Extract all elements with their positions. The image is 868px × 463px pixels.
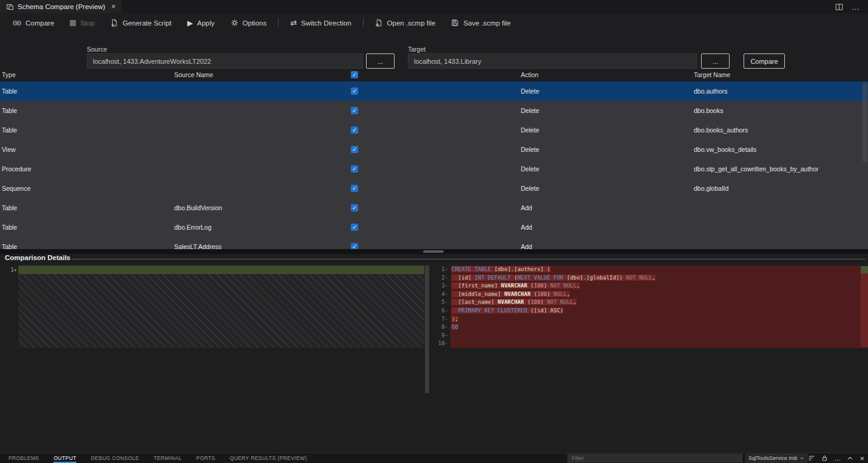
compare-button[interactable]: Compare [744, 53, 785, 69]
panel-splitter[interactable] [0, 249, 868, 254]
check-icon: ✓ [352, 72, 357, 78]
source-pane-scrollbar[interactable] [425, 266, 429, 393]
chevron-up-icon[interactable] [847, 455, 853, 462]
overview-ruler[interactable] [861, 266, 868, 453]
bottom-panel-bar: PROBLEMSOUTPUTDEBUG CONSOLETERMINALPORTS… [0, 453, 868, 463]
panel-tab-ports[interactable]: PORTS [196, 453, 215, 463]
row-include-checkbox[interactable]: ✓ [351, 165, 358, 173]
switch-direction-button[interactable]: ⇄ Switch Direction [282, 16, 359, 30]
source-diff-pane[interactable]: 1+ [0, 266, 429, 453]
row-source-name: dbo.ErrorLog [174, 218, 211, 237]
row-include-checkbox[interactable]: ✓ [351, 87, 358, 95]
table-row[interactable]: Table✓Deletedbo.books [0, 101, 868, 120]
empty-diff-region [18, 274, 424, 348]
table-row[interactable]: Sequence✓Deletedbo.globalId [0, 179, 868, 198]
stop-icon [70, 20, 76, 26]
stop-label: Stop [80, 19, 95, 27]
target-input[interactable] [408, 53, 697, 69]
grid-scrollbar[interactable] [863, 83, 867, 162]
check-icon: ✓ [352, 244, 357, 250]
panel-tab-output[interactable]: OUTPUT [53, 453, 76, 463]
row-type: Table [2, 237, 17, 249]
open-file-icon [375, 19, 383, 27]
check-icon: ✓ [352, 128, 357, 133]
table-row[interactable]: Procedure✓Deletedbo.stp_get_all_cowritte… [0, 159, 868, 179]
schema-compare-toolbar: Compare Stop Generate Script ▶ Apply Opt… [0, 13, 868, 32]
col-action[interactable]: Action [521, 71, 538, 78]
code-text [450, 332, 861, 340]
source-input[interactable] [87, 53, 363, 69]
table-row[interactable]: Tabledbo.ErrorLog✓Add [0, 218, 868, 237]
check-icon: ✓ [352, 225, 357, 230]
row-include-checkbox[interactable]: ✓ [351, 126, 358, 134]
table-row[interactable]: TableSalesLT.Address✓Add [0, 237, 868, 249]
source-browse-button[interactable]: ... [366, 53, 395, 69]
open-scmp-button[interactable]: Open .scmp file [367, 16, 444, 30]
clear-output-icon[interactable] [808, 454, 815, 462]
split-editor-icon[interactable] [835, 3, 843, 11]
panel-tab-terminal[interactable]: TERMINAL [154, 453, 181, 463]
save-scmp-button[interactable]: Save .scmp file [443, 16, 518, 30]
code-text: [last_name] NVARCHAR (100) NOT NULL, [450, 298, 861, 307]
table-row[interactable]: View✓Deletedbo.vw_books_details [0, 140, 868, 159]
code-line: 6- PRIMARY KEY CLUSTERED ([id] ASC) [432, 307, 868, 315]
row-include-checkbox[interactable]: ✓ [351, 224, 358, 231]
panel-tab-debug-console[interactable]: DEBUG CONSOLE [91, 453, 139, 463]
table-row[interactable]: Tabledbo.BuildVersion✓Add [0, 198, 868, 218]
row-action: Delete [521, 101, 539, 120]
close-icon[interactable]: × [111, 2, 115, 11]
code-line: 9- [432, 332, 868, 340]
table-row[interactable]: Table✓Deletedbo.authors [0, 81, 868, 101]
code-line: 3- [first_name] NVARCHAR (100) NOT NULL, [432, 282, 868, 290]
col-source-name[interactable]: Source Name [174, 71, 213, 78]
panel-tab-query-results-preview[interactable]: QUERY RESULTS (PREVIEW) [229, 453, 307, 463]
code-text: PRIMARY KEY CLUSTERED ([id] ASC) [450, 307, 861, 315]
col-type[interactable]: Type [2, 71, 16, 78]
row-type: Table [2, 81, 17, 101]
panel-tab-problems[interactable]: PROBLEMS [8, 453, 39, 463]
row-type: View [2, 140, 16, 159]
row-action: Delete [521, 140, 539, 159]
splitter-handle[interactable] [423, 250, 444, 253]
select-all-checkbox[interactable]: ✓ [351, 71, 358, 78]
output-filter-input[interactable] [568, 454, 742, 462]
generate-script-button[interactable]: Generate Script [103, 16, 180, 30]
save-scmp-label: Save .scmp file [463, 19, 510, 27]
tab-schema-compare[interactable]: Schema Compare (Preview) × [0, 0, 121, 13]
output-channel-select[interactable]: SqlToolsService Initializ [745, 454, 807, 462]
close-panel-icon[interactable]: × [860, 454, 864, 462]
panel-more-actions-icon[interactable]: … [834, 455, 841, 462]
row-action: Add [521, 198, 532, 218]
grid-header: Type Source Name ✓ Action Target Name [0, 70, 868, 81]
row-source-name: SalesLT.Address [174, 237, 222, 249]
lock-icon[interactable] [821, 454, 828, 462]
toolbar-separator [278, 18, 279, 27]
col-target-name[interactable]: Target Name [694, 71, 730, 78]
line-number: 9- [432, 332, 450, 340]
row-action: Add [521, 218, 532, 237]
stop-button[interactable]: Stop [62, 16, 103, 30]
row-include-checkbox[interactable]: ✓ [351, 243, 358, 249]
play-icon: ▶ [188, 19, 193, 27]
compare-toolbar-button[interactable]: Compare [5, 16, 62, 30]
target-browse-button[interactable]: ... [701, 53, 730, 69]
apply-label: Apply [197, 19, 215, 27]
apply-button[interactable]: ▶ Apply [180, 16, 223, 30]
row-include-checkbox[interactable]: ✓ [351, 185, 358, 192]
line-number: 3- [432, 282, 450, 290]
row-target-name: dbo.books_authors [694, 120, 748, 140]
row-include-checkbox[interactable]: ✓ [351, 146, 358, 153]
details-divider [72, 259, 866, 259]
row-type: Table [2, 218, 17, 237]
switch-direction-label: Switch Direction [301, 19, 351, 27]
target-diff-pane[interactable]: 1-CREATE TABLE [dbo].[authors] (2- [id] … [432, 266, 868, 453]
line-number: 1- [432, 266, 450, 274]
more-actions-icon[interactable]: … [852, 2, 860, 12]
row-include-checkbox[interactable]: ✓ [351, 107, 358, 114]
row-include-checkbox[interactable]: ✓ [351, 204, 358, 211]
chevron-down-icon [799, 456, 804, 461]
code-text: [middle_name] NVARCHAR (100) NULL, [450, 290, 861, 299]
options-button[interactable]: Options [223, 16, 275, 30]
diff-grid-body: Table✓Deletedbo.authorsTable✓Deletedbo.b… [0, 81, 868, 249]
table-row[interactable]: Table✓Deletedbo.books_authors [0, 120, 868, 140]
